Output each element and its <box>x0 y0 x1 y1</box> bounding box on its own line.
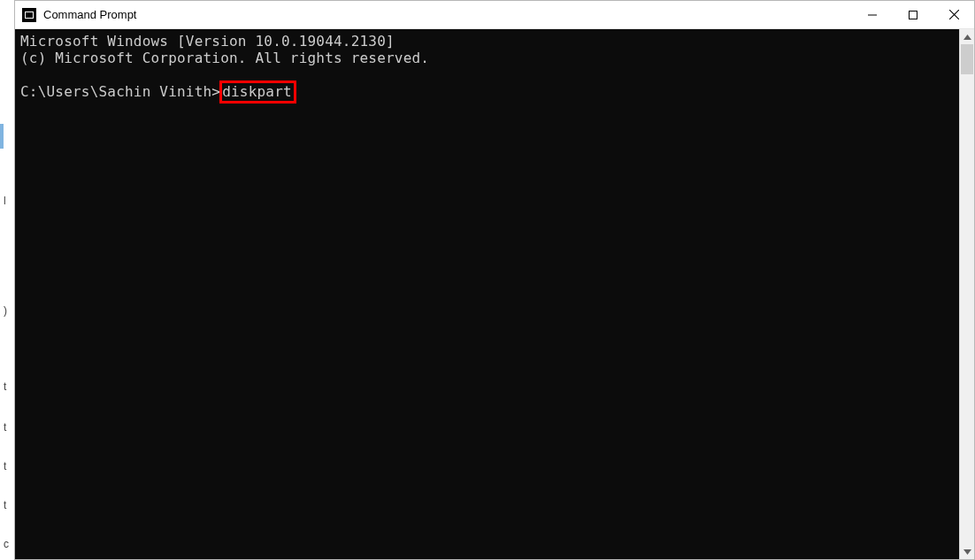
page-accent <box>0 124 4 149</box>
command-prompt-icon: C:\ <box>22 8 36 22</box>
output-line: Microsoft Windows [Version 10.0.19044.21… <box>20 33 395 50</box>
background-glyph: t <box>4 380 6 393</box>
window-title: Command Prompt <box>43 8 136 21</box>
close-button[interactable] <box>933 1 974 29</box>
command-prompt-window: C:\ Command Prompt Microsoft Windows [Ve… <box>14 0 975 560</box>
background-glyph: t <box>4 460 6 472</box>
titlebar[interactable]: C:\ Command Prompt <box>15 1 974 29</box>
terminal-client-area: Microsoft Windows [Version 10.0.19044.21… <box>15 29 974 559</box>
prompt-path: C:\Users\Sachin Vinith> <box>20 83 220 100</box>
scroll-track[interactable] <box>960 44 974 544</box>
background-glyph: t <box>4 421 6 433</box>
minimize-button[interactable] <box>852 1 893 29</box>
maximize-button[interactable] <box>893 1 933 29</box>
background-glyph: ) <box>4 304 7 317</box>
background-glyph: t <box>4 499 6 511</box>
svg-rect-0 <box>910 11 917 19</box>
scroll-up-arrow-icon[interactable] <box>960 29 974 44</box>
output-line: (c) Microsoft Corporation. All rights re… <box>20 50 429 66</box>
background-glyph: c <box>4 538 9 550</box>
command-highlight: diskpart <box>219 81 296 104</box>
vertical-scrollbar[interactable] <box>959 29 974 559</box>
scroll-down-arrow-icon[interactable] <box>960 544 974 559</box>
background-glyph: l <box>4 195 6 207</box>
scroll-thumb[interactable] <box>961 44 973 74</box>
terminal-output[interactable]: Microsoft Windows [Version 10.0.19044.21… <box>15 29 959 559</box>
typed-command: diskpart <box>222 83 292 100</box>
